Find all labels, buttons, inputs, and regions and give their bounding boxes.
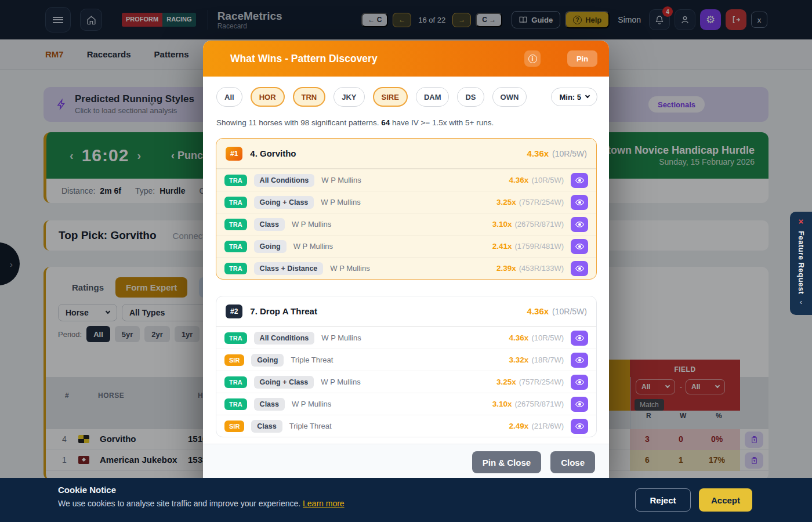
- pattern-row: TRA Class W P Mullins 3.10x (2675R/871W): [216, 213, 596, 235]
- horse-pattern-card: #1 4. Gorvitho 4.36x (10R/5W) TRA All Co…: [216, 138, 597, 280]
- entity-name: W P Mullins: [321, 176, 361, 184]
- card-header: #1 4. Gorvitho 4.36x (10R/5W): [216, 139, 596, 169]
- pattern-pill: Going + Class: [254, 196, 314, 209]
- view-pattern-button[interactable]: [571, 173, 588, 188]
- eye-icon: [575, 335, 584, 342]
- impact-value: 4.36x: [527, 306, 549, 316]
- cookie-title: Cookie Notice: [58, 485, 116, 495]
- card-header: #2 7. Drop A Threat 4.36x (10R/5W): [216, 296, 596, 327]
- filter-hor[interactable]: HOR: [251, 87, 285, 107]
- modal-title: What Wins - Pattern Discovery: [230, 53, 378, 65]
- status-text: Showing 11 horses with 98 significant pa…: [216, 118, 494, 127]
- feature-request-tab[interactable]: × Feature Request ‹: [790, 212, 812, 315]
- pattern-row: TRA All Conditions W P Mullins 4.36x (10…: [216, 169, 596, 191]
- eye-icon: [575, 177, 584, 184]
- horse-pattern-card: #2 7. Drop A Threat 4.36x (10R/5W) TRA A…: [216, 296, 597, 437]
- category-badge: TRA: [224, 175, 247, 186]
- view-pattern-button[interactable]: [571, 239, 588, 254]
- pattern-pill: Going: [254, 240, 287, 253]
- modal-footer: Pin & Close Close: [203, 444, 609, 480]
- view-pattern-button[interactable]: [571, 217, 588, 232]
- view-pattern-button[interactable]: [571, 353, 588, 368]
- pin-button[interactable]: Pin: [567, 50, 597, 67]
- filter-ds[interactable]: DS: [457, 87, 484, 107]
- view-pattern-button[interactable]: [571, 261, 588, 276]
- pattern-row: TRA Class + Distance W P Mullins 2.39x (…: [216, 257, 596, 279]
- view-pattern-button[interactable]: [571, 375, 588, 390]
- pattern-pill: Class: [251, 420, 282, 433]
- chevron-down-icon: [585, 93, 590, 98]
- pattern-pill: All Conditions: [254, 174, 315, 187]
- eye-icon: [575, 379, 584, 386]
- filter-all[interactable]: All: [216, 87, 242, 107]
- eye-icon: [575, 221, 584, 228]
- feature-request-label: Feature Request: [797, 231, 806, 294]
- horse-name: 7. Drop A Threat: [250, 306, 317, 316]
- runs-wins: (10R/5W): [552, 307, 587, 316]
- entity-name: W P Mullins: [292, 400, 331, 408]
- eye-icon: [575, 401, 584, 408]
- category-badge: SIR: [224, 354, 244, 366]
- category-badge: TRA: [224, 398, 247, 410]
- eye-icon: [575, 357, 584, 364]
- entity-name: W P Mullins: [321, 378, 360, 386]
- reject-cookies-button[interactable]: Reject: [635, 488, 691, 512]
- horse-name: 4. Gorvitho: [250, 148, 296, 158]
- pattern-row: TRA All Conditions W P Mullins 4.36x (10…: [216, 327, 596, 349]
- pattern-row: TRA Class W P Mullins 3.10x (2675R/871W): [216, 393, 596, 415]
- min-runs-select[interactable]: Min: 5: [551, 88, 597, 106]
- pattern-row: SIR Going Triple Threat 3.32x (18R/7W): [216, 349, 596, 371]
- filter-own[interactable]: OWN: [492, 87, 527, 107]
- info-icon: i: [528, 55, 537, 63]
- chevron-left-icon: ‹: [800, 298, 802, 306]
- cookie-notice-bar: Cookie Notice We use cookies to analyse …: [0, 478, 812, 522]
- eye-icon: [575, 423, 584, 430]
- impact-value: 4.36x: [527, 148, 549, 158]
- rank-badge: #1: [226, 147, 242, 161]
- view-pattern-button[interactable]: [571, 331, 588, 346]
- entity-name: W P Mullins: [321, 334, 361, 342]
- racemetrics-app: PROFORM RACING RaceMetrics Racecard ← C …: [0, 0, 812, 522]
- pin-and-close-button[interactable]: Pin & Close: [472, 451, 541, 473]
- category-badge: TRA: [224, 241, 247, 252]
- filter-jky[interactable]: JKY: [334, 87, 364, 107]
- filter-trn[interactable]: TRN: [293, 87, 326, 107]
- entity-name: W P Mullins: [321, 198, 360, 206]
- eye-icon: [575, 243, 584, 250]
- cookie-text: We use cookies to analyse site traffic a…: [58, 499, 345, 508]
- eye-icon: [575, 199, 584, 206]
- info-button[interactable]: i: [524, 50, 541, 67]
- entity-name: W P Mullins: [330, 264, 369, 273]
- pattern-row: SIR Class Triple Threat 2.49x (21R/6W): [216, 415, 596, 437]
- pattern-pill: All Conditions: [254, 332, 315, 345]
- pattern-pill: Class: [254, 398, 285, 411]
- view-pattern-button[interactable]: [571, 397, 588, 412]
- modal-header: What Wins - Pattern Discovery i Pin: [203, 41, 609, 77]
- entity-name: W P Mullins: [292, 220, 331, 229]
- view-pattern-button[interactable]: [571, 195, 588, 210]
- filter-dam[interactable]: DAM: [416, 87, 449, 107]
- category-badge: TRA: [224, 197, 247, 208]
- pattern-row: TRA Going W P Mullins 2.41x (1759R/481W): [216, 235, 596, 257]
- rank-badge: #2: [226, 304, 242, 318]
- learn-more-link[interactable]: Learn more: [303, 499, 345, 508]
- close-button[interactable]: Close: [550, 451, 595, 473]
- close-icon[interactable]: ×: [799, 216, 804, 226]
- pattern-row: TRA Going + Class W P Mullins 3.25x (757…: [216, 371, 596, 393]
- accept-cookies-button[interactable]: Accept: [699, 488, 752, 512]
- pattern-pill: Class + Distance: [254, 262, 324, 275]
- filter-sire[interactable]: SIRE: [373, 87, 408, 107]
- eye-icon: [575, 265, 584, 272]
- entity-name: Triple Threat: [289, 422, 332, 430]
- category-badge: TRA: [224, 332, 247, 344]
- entity-name: W P Mullins: [293, 242, 333, 251]
- pattern-pill: Going + Class: [254, 376, 314, 389]
- entity-name: Triple Threat: [291, 356, 333, 364]
- category-badge: TRA: [224, 219, 247, 230]
- pattern-discovery-modal: What Wins - Pattern Discovery i Pin All …: [203, 41, 609, 480]
- category-badge: TRA: [224, 263, 247, 274]
- category-filters: All HOR TRN JKY SIRE DAM DS OWN: [216, 87, 527, 107]
- view-pattern-button[interactable]: [571, 419, 588, 434]
- pattern-pill: Going: [251, 354, 284, 367]
- pattern-row: TRA Going + Class W P Mullins 3.25x (757…: [216, 191, 596, 213]
